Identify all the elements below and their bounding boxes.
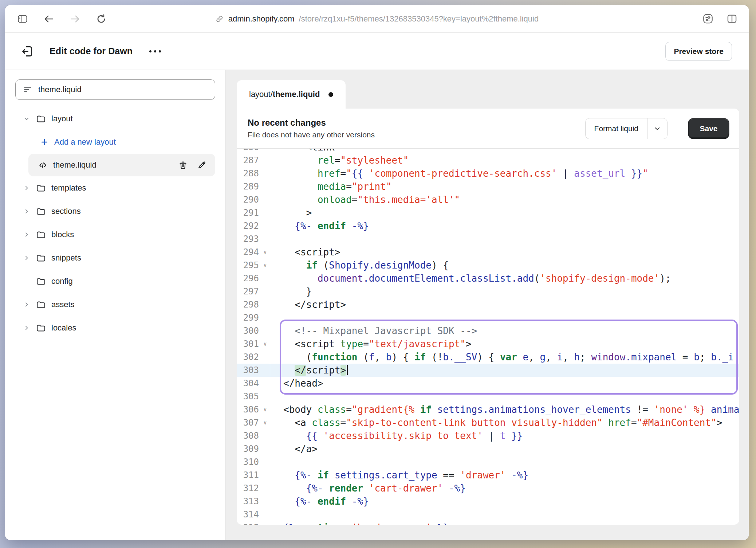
format-liquid-button[interactable]: Format liquid bbox=[586, 118, 647, 139]
fold-toggle-icon[interactable]: ∨ bbox=[260, 403, 270, 416]
back-icon[interactable] bbox=[43, 13, 55, 25]
code-line[interactable]: 300 <!-- Mixpanel Javascript SDK --> bbox=[237, 324, 739, 337]
fold-spacer bbox=[260, 206, 270, 219]
chevron-right-icon[interactable] bbox=[23, 207, 31, 215]
format-options-dropdown[interactable] bbox=[647, 118, 667, 139]
code-line[interactable]: 289 media="print" bbox=[237, 180, 739, 193]
code-line[interactable]: 308 {{ 'accessibility.skip_to_text' | t … bbox=[237, 429, 739, 442]
code-line-partial[interactable]: 315{% sections 'header-group' %} bbox=[237, 521, 739, 525]
code-line[interactable]: 309 </a> bbox=[237, 442, 739, 455]
code-line[interactable]: 301∨ <script type="text/javascript"> bbox=[237, 337, 739, 351]
fold-spacer bbox=[260, 285, 270, 298]
chevron-down-icon[interactable] bbox=[23, 115, 31, 123]
chevron-right-icon[interactable] bbox=[23, 324, 31, 332]
sidebar-item-blocks[interactable]: blocks bbox=[15, 223, 215, 246]
split-view-icon[interactable] bbox=[726, 13, 738, 25]
folder-icon bbox=[36, 114, 46, 124]
sidebar-item-config[interactable]: config bbox=[15, 270, 215, 293]
reload-icon[interactable] bbox=[95, 13, 107, 25]
tab-theme-liquid[interactable]: layout/theme.liquid bbox=[237, 80, 346, 109]
item-label: Add a new layout bbox=[54, 137, 116, 147]
link-icon bbox=[215, 15, 224, 23]
fold-toggle-icon[interactable]: ∨ bbox=[260, 416, 270, 429]
line-number: 306 bbox=[237, 403, 260, 416]
code-line[interactable]: 306∨<body class="gradient{% if settings.… bbox=[237, 403, 739, 416]
chevron-right-icon[interactable] bbox=[23, 301, 31, 309]
text-cursor bbox=[347, 365, 348, 375]
page-title: Edit code for Dawn bbox=[50, 46, 133, 56]
code-editor[interactable]: 286 <link287 rel="stylesheet"288 href="{… bbox=[237, 149, 739, 525]
editor-card: No recent changes File does not have any… bbox=[237, 109, 739, 525]
line-number: 309 bbox=[237, 442, 260, 455]
file-search[interactable] bbox=[15, 79, 215, 100]
code-line[interactable]: 294∨ <script> bbox=[237, 246, 739, 259]
code-line[interactable]: 298 </script> bbox=[237, 298, 739, 311]
delete-file-icon[interactable] bbox=[178, 160, 188, 170]
fold-spacer bbox=[260, 521, 270, 525]
file-tree: layoutAdd a new layouttheme.liquidtempla… bbox=[15, 107, 215, 340]
sidebar-item-assets[interactable]: assets bbox=[15, 293, 215, 316]
preview-store-button[interactable]: Preview store bbox=[665, 42, 732, 61]
code-line[interactable]: 314 bbox=[237, 508, 739, 521]
tab-path-prefix: layout/ bbox=[249, 90, 273, 99]
exit-icon[interactable] bbox=[20, 44, 34, 58]
fold-spacer bbox=[260, 377, 270, 390]
code-file-icon bbox=[38, 160, 48, 170]
code-line[interactable]: 288 href="{{ 'component-predictive-searc… bbox=[237, 167, 739, 180]
url-path: /store/rzq1xu-f5/themes/132683530345?key… bbox=[299, 14, 539, 24]
code-line[interactable]: 299 bbox=[237, 311, 739, 324]
code-line[interactable]: 290 onload="this.media='all'" bbox=[237, 193, 739, 206]
page-settings-icon[interactable] bbox=[702, 13, 714, 25]
fold-spacer bbox=[260, 469, 270, 482]
code-line[interactable]: 287 rel="stylesheet" bbox=[237, 154, 739, 167]
code-line[interactable]: 291 > bbox=[237, 206, 739, 219]
forward-icon[interactable] bbox=[69, 13, 81, 25]
code-line[interactable]: 296 document.documentElement.classList.a… bbox=[237, 272, 739, 285]
fold-toggle-icon[interactable]: ∨ bbox=[260, 337, 270, 351]
sidebar-item-layout[interactable]: layout bbox=[15, 107, 215, 130]
code-line[interactable]: 305 bbox=[237, 390, 739, 403]
code-line[interactable]: 297 } bbox=[237, 285, 739, 298]
code-line[interactable]: 286 <link bbox=[237, 149, 739, 154]
line-number: 302 bbox=[237, 351, 260, 364]
format-liquid-split-button: Format liquid bbox=[585, 118, 668, 139]
sidebar-toggle-icon[interactable] bbox=[17, 13, 28, 25]
code-line[interactable]: 304</head> bbox=[237, 377, 739, 390]
sidebar-item-add-a-new-layout[interactable]: Add a new layout bbox=[15, 130, 215, 154]
code-line[interactable]: 302 (function (f, b) { if (!b.__SV) { va… bbox=[237, 351, 739, 364]
item-label: blocks bbox=[51, 230, 74, 239]
sidebar-item-locales[interactable]: locales bbox=[15, 316, 215, 340]
sidebar-item-snippets[interactable]: snippets bbox=[15, 246, 215, 270]
line-number: 293 bbox=[237, 232, 260, 246]
code-line[interactable]: 307∨ <a class="skip-to-content-link butt… bbox=[237, 416, 739, 429]
item-label: locales bbox=[51, 323, 76, 333]
sidebar-item-templates[interactable]: templates bbox=[15, 176, 215, 200]
sidebar-item-theme-liquid[interactable]: theme.liquid bbox=[28, 154, 215, 176]
sidebar-item-sections[interactable]: sections bbox=[15, 200, 215, 223]
item-label: sections bbox=[51, 207, 81, 216]
chevron-right-icon[interactable] bbox=[23, 254, 31, 262]
code-line[interactable]: 310 bbox=[237, 455, 739, 469]
code-line[interactable]: 311 {%- if settings.cart_type == 'drawer… bbox=[237, 469, 739, 482]
rename-file-icon[interactable] bbox=[197, 160, 206, 170]
address-bar[interactable]: admin.shopify.com/store/rzq1xu-f5/themes… bbox=[215, 5, 539, 32]
code-line[interactable]: 292 {%- endif -%} bbox=[237, 219, 739, 232]
code-line[interactable]: 293 bbox=[237, 232, 739, 246]
more-actions-icon[interactable] bbox=[149, 50, 161, 52]
fold-toggle-icon[interactable]: ∨ bbox=[260, 259, 270, 272]
chevron-right-icon[interactable] bbox=[23, 184, 31, 192]
item-label: templates bbox=[51, 183, 86, 193]
save-button[interactable]: Save bbox=[689, 119, 728, 138]
fold-toggle-icon[interactable]: ∨ bbox=[260, 246, 270, 259]
fold-spacer bbox=[260, 298, 270, 311]
search-input[interactable] bbox=[38, 85, 208, 94]
code-line[interactable]: 312 {%- render 'cart-drawer' -%} bbox=[237, 482, 739, 495]
chevron-right-icon[interactable] bbox=[23, 231, 31, 239]
folder-icon bbox=[36, 183, 46, 193]
code-line[interactable]: 313 {%- endif -%} bbox=[237, 495, 739, 508]
fold-spacer bbox=[260, 482, 270, 495]
browser-window: admin.shopify.com/store/rzq1xu-f5/themes… bbox=[5, 5, 749, 540]
code-line[interactable]: 295∨ if (Shopify.designMode) { bbox=[237, 259, 739, 272]
line-number: 296 bbox=[237, 272, 260, 285]
code-line[interactable]: 303 </script> bbox=[237, 364, 739, 377]
